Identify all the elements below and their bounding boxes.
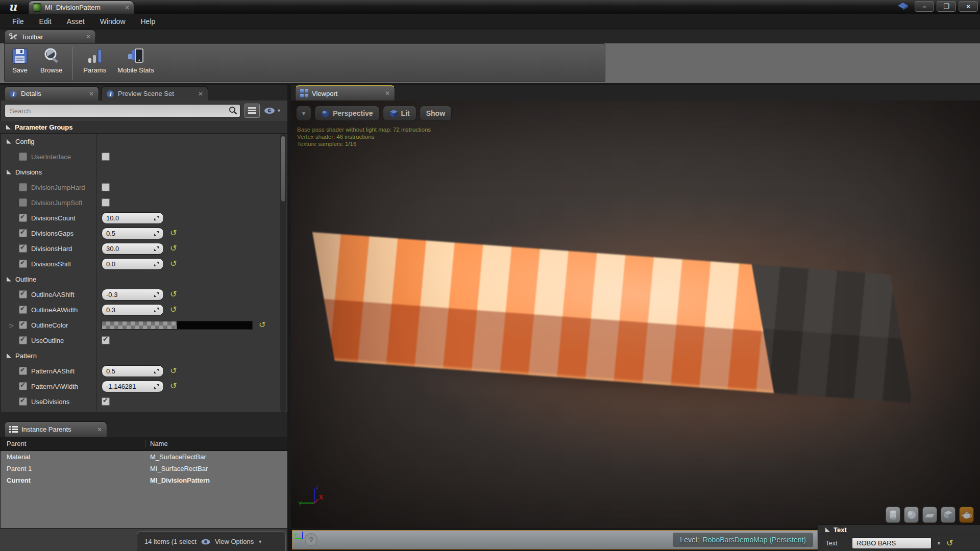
param-enable-checkbox[interactable]	[19, 336, 27, 344]
instance-parent-row[interactable]: CurrentMI_DivisionPattern	[1, 474, 287, 486]
param-bool-checkbox[interactable]	[102, 183, 110, 191]
scrollbar-thumb[interactable]	[281, 136, 286, 202]
toolbar-tab[interactable]: Toolbar ✕	[4, 30, 96, 43]
asset-tab[interactable]: MI_DivisionPattern ✕	[28, 1, 134, 14]
menu-item-file[interactable]: File	[6, 15, 30, 28]
param-value-field[interactable]: 0.0	[102, 258, 164, 270]
parameter-groups-header[interactable]: Parameter Groups	[0, 121, 287, 134]
reset-to-default-button[interactable]: ↺	[170, 290, 177, 298]
level-viewport-strip[interactable]: Y ? Level: RoboBarsDemoMap (Persistent)	[292, 530, 818, 549]
parameter-group-row[interactable]: Config	[1, 134, 287, 149]
param-enable-checkbox[interactable]	[19, 397, 27, 406]
instance-parent-row[interactable]: MaterialM_SurfaceRectBar	[1, 451, 287, 463]
viewport-3d[interactable]: ▼ Perspective Lit Show Base pass shader …	[291, 101, 980, 528]
mesh-cylinder-button[interactable]	[886, 507, 900, 523]
view-filter-button[interactable]: ▼	[264, 107, 281, 114]
param-enable-checkbox[interactable]	[19, 367, 27, 375]
param-enable-checkbox[interactable]	[19, 306, 27, 314]
param-bool-checkbox[interactable]	[102, 153, 110, 161]
tab-preview-scene-set[interactable]: i Preview Scene Set ✕	[101, 86, 208, 101]
param-enable-checkbox[interactable]	[19, 260, 27, 268]
param-enable-checkbox[interactable]	[19, 214, 27, 222]
menu-item-edit[interactable]: Edit	[33, 15, 58, 28]
param-enable-checkbox[interactable]	[19, 321, 27, 329]
column-view-toggle-button[interactable]	[244, 104, 260, 118]
toolbar-tab-close-icon[interactable]: ✕	[86, 34, 91, 40]
param-enable-checkbox[interactable]	[19, 229, 27, 237]
tab-details[interactable]: i Details ✕	[4, 86, 99, 101]
restore-button[interactable]: ❐	[937, 1, 956, 12]
browse-button[interactable]: Browse	[37, 46, 65, 75]
param-value-field[interactable]: 0.5	[102, 228, 164, 239]
reset-to-default-button[interactable]: ↺	[170, 367, 177, 375]
reset-to-default-button[interactable]: ↺	[946, 539, 953, 547]
perspective-button[interactable]: Perspective	[314, 106, 380, 121]
param-bool-checkbox[interactable]	[102, 198, 110, 207]
dock-divider[interactable]	[287, 85, 291, 551]
tab-instance-parents[interactable]: Instance Parents ✕	[4, 421, 107, 437]
reset-to-default-button[interactable]: ↺	[170, 382, 177, 390]
menu-item-asset[interactable]: Asset	[61, 15, 91, 28]
tab-viewport[interactable]: Viewport ✕	[295, 85, 395, 101]
instance-parent-row[interactable]: Parent 1MI_SurfaceRectBar	[1, 463, 287, 474]
param-enable-checkbox[interactable]	[19, 290, 27, 298]
param-enable-checkbox[interactable]	[19, 244, 27, 253]
mesh-cube-button[interactable]	[941, 507, 955, 523]
menu-item-help[interactable]: Help	[135, 15, 162, 28]
show-button[interactable]: Show	[420, 106, 452, 121]
details-scrollbar[interactable]	[280, 134, 286, 412]
param-value-field[interactable]: -0.3	[102, 289, 164, 300]
drag-value-icon	[154, 292, 159, 297]
reset-to-default-button[interactable]: ↺	[170, 244, 177, 253]
reset-to-default-button[interactable]: ↺	[170, 229, 177, 237]
param-value-field[interactable]: 30.0	[102, 243, 164, 255]
parameter-group-row[interactable]: Pattern	[1, 348, 287, 363]
tab-details-close-icon[interactable]: ✕	[89, 91, 94, 97]
chevron-down-icon[interactable]: ▼	[937, 541, 941, 546]
params-button[interactable]: Params	[80, 46, 109, 75]
save-button[interactable]: Save	[8, 46, 32, 75]
column-name[interactable]: Name	[146, 440, 168, 447]
svg-text:z: z	[315, 484, 318, 490]
chevron-down-icon: ▼	[258, 539, 262, 544]
reset-to-default-button[interactable]: ↺	[170, 260, 177, 268]
text-field[interactable]	[852, 537, 932, 549]
menu-item-window[interactable]: Window	[94, 15, 132, 28]
param-enable-checkbox[interactable]	[19, 198, 27, 207]
reset-to-default-button[interactable]: ↺	[259, 321, 265, 329]
mesh-sphere-button[interactable]	[904, 507, 919, 523]
minimize-button[interactable]: –	[915, 1, 934, 12]
param-bool-checkbox[interactable]	[102, 336, 110, 344]
view-options-button[interactable]: View Options	[215, 538, 254, 545]
viewport-tab-close-icon[interactable]: ✕	[385, 90, 390, 96]
level-name[interactable]: RoboBarsDemoMap (Persistent)	[703, 536, 806, 544]
param-enable-checkbox[interactable]	[19, 153, 27, 161]
collapse-triangle-icon[interactable]	[825, 528, 830, 532]
parameter-group-row[interactable]: Outline	[1, 271, 287, 287]
parameter-row: UseDivisions	[1, 394, 287, 409]
lit-cube-icon	[389, 109, 398, 118]
collapse-triangle-icon	[7, 277, 11, 282]
param-value-field[interactable]: -1.146281	[102, 381, 164, 392]
mobile-stats-button[interactable]: Mobile Stats	[114, 46, 157, 75]
reset-to-default-button[interactable]: ↺	[170, 306, 177, 314]
mesh-teapot-button[interactable]	[959, 507, 974, 523]
color-swatch[interactable]	[102, 321, 253, 330]
search-input[interactable]	[5, 104, 240, 117]
param-bool-checkbox[interactable]	[102, 397, 110, 406]
column-parent[interactable]: Parent	[1, 440, 146, 447]
param-enable-checkbox[interactable]	[19, 183, 27, 191]
viewport-options-button[interactable]: ▼	[296, 106, 311, 121]
lit-button[interactable]: Lit	[383, 106, 416, 121]
expand-triangle-icon[interactable]: ▷	[10, 322, 15, 328]
asset-tab-close-icon[interactable]: ✕	[125, 5, 130, 11]
instance-parents-close-icon[interactable]: ✕	[97, 427, 102, 433]
param-value-field[interactable]: 0.3	[102, 304, 164, 316]
tab-preview-close-icon[interactable]: ✕	[198, 91, 203, 97]
parameter-group-row[interactable]: Divisions	[1, 164, 287, 180]
param-enable-checkbox[interactable]	[19, 382, 27, 390]
close-button[interactable]: ×	[959, 1, 978, 12]
mesh-plane-button[interactable]	[922, 507, 937, 523]
param-value-field[interactable]: 10.0	[102, 212, 164, 224]
param-value-field[interactable]: 0.5	[102, 365, 164, 377]
